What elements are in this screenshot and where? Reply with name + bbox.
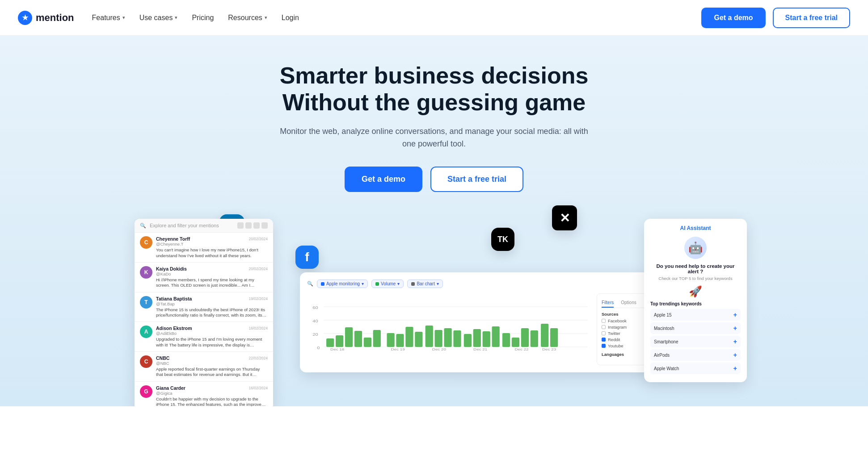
chevron-down-icon: ▾ [362,281,364,286]
svg-rect-21 [453,330,461,347]
mention-item: G Giana Carder 16/02/2024 @Gigica Couldn… [135,382,273,407]
chart-toolbar: 🔍 Apple monitoring ▾ Volume ▾ Bar chart … [307,280,668,288]
chart-area: 0 20 40 60 [307,293,668,365]
svg-text:40: 40 [312,319,318,323]
chevron-down-icon: ▾ [265,15,267,21]
svg-rect-15 [396,334,404,347]
svg-text:Dec 20: Dec 20 [432,347,446,351]
nav-use-cases[interactable]: Use cases ▾ [139,14,178,22]
svg-text:0: 0 [317,346,320,350]
svg-text:Dec 18: Dec 18 [330,347,344,351]
bar-chart-filter[interactable]: Bar chart ▾ [407,280,443,288]
bar-chart: 0 20 40 60 [307,293,593,365]
mention-item: C Cheyenne Torff 20/02/2024 @Cheyenne.T … [135,233,273,263]
chevron-down-icon: ▾ [175,15,177,21]
mention-item: T Tatiana Baptista 19/02/2024 @Tat.Bap T… [135,292,273,322]
mentions-feed-card: 🔍 Explore and filter your mentions C Che… [135,219,273,406]
nav-left: ★ mention Features ▾ Use cases ▾ Pricing… [18,11,299,25]
nav-features[interactable]: Features ▾ [92,14,125,22]
mentions-search-bar: 🔍 Explore and filter your mentions [135,219,273,233]
ai-keyword-item[interactable]: Apple Watch+ [650,363,741,374]
hero-section: Smarter business decisions Without the g… [0,36,868,406]
tiktok-icon: TK [491,228,514,251]
search-icon: 🔍 [307,281,313,287]
svg-rect-16 [405,327,413,347]
ai-robot-icon: 🤖 [684,237,707,259]
ai-trending-title: Top trendings keywords [650,301,741,306]
hero-title: Smarter business decisions Without the g… [273,63,595,116]
bar-chart-svg: 0 20 40 60 [307,293,593,351]
svg-rect-23 [473,329,481,347]
hero-start-trial-button[interactable]: Start a free trial [430,167,523,192]
mentions-list: C Cheyenne Torff 20/02/2024 @Cheyenne.T … [135,233,273,406]
ai-keywords-list: Apple 15+Macintosh+Smartphone+AirPods+Ap… [650,309,741,374]
volume-filter[interactable]: Volume ▾ [371,280,404,288]
hero-visuals: in f ✕ TK 📷 🔍 Explore and filter your me… [121,219,747,406]
ai-rocket-icon: 🚀 [650,285,741,298]
svg-rect-31 [550,328,558,347]
nav-resources[interactable]: Resources ▾ [228,14,267,22]
svg-rect-14 [387,333,394,347]
hero-buttons: Get a demo Start a free trial [273,167,595,192]
svg-text:Dec 21: Dec 21 [473,347,487,351]
apple-monitoring-filter[interactable]: Apple monitoring ▾ [317,280,368,288]
analytics-chart-card: 🔍 Apple monitoring ▾ Volume ▾ Bar chart … [300,272,675,372]
svg-rect-10 [345,327,353,347]
tab-filters[interactable]: Filters [602,298,614,308]
svg-rect-24 [483,331,490,347]
svg-rect-28 [521,328,529,347]
svg-rect-25 [492,326,500,347]
svg-rect-19 [435,330,442,347]
mention-item: K Kaiya Dokidis 20/02/2024 @KaDo Hi //iP… [135,263,273,292]
nav-pricing[interactable]: Pricing [192,14,214,22]
filter-icons [237,222,268,229]
svg-rect-17 [415,332,422,347]
nav-get-demo-button[interactable]: Get a demo [701,8,765,28]
svg-rect-18 [426,325,433,347]
chevron-down-icon: ▾ [122,15,125,21]
svg-rect-29 [531,330,538,347]
svg-rect-9 [336,335,343,347]
svg-rect-8 [326,338,334,347]
svg-rect-12 [364,338,371,347]
svg-rect-26 [502,333,510,347]
mention-item: A Adison Ekstrom 16/02/2024 @AdiEkBo Upg… [135,322,273,352]
ai-question: Do you need help to create your alert ? [650,263,741,274]
tab-options[interactable]: Options [621,298,636,308]
facebook-icon: f [295,246,319,269]
svg-rect-13 [373,330,381,347]
mentions-search-input[interactable]: Explore and filter your mentions [150,223,234,228]
nav-login[interactable]: Login [282,14,299,22]
svg-text:Dec 19: Dec 19 [391,347,405,351]
svg-text:Dec 23: Dec 23 [542,347,556,351]
mention-item: C CNBC 22/02/2024 @NBC Apple reported fi… [135,352,273,382]
hero-get-demo-button[interactable]: Get a demo [345,167,422,192]
hero-subtitle: Monitor the web, analyze online conversa… [273,125,595,151]
ai-keyword-item[interactable]: Macintosh+ [650,322,741,334]
ai-keyword-item[interactable]: Smartphone+ [650,336,741,347]
svg-rect-27 [512,338,519,347]
nav-right: Get a demo Start a free trial [701,8,850,28]
ai-keyword-item[interactable]: Apple 15+ [650,309,741,321]
svg-rect-30 [541,324,548,347]
hero-text: Smarter business decisions Without the g… [273,63,595,219]
ai-assistant-card: AI Assistant 🤖 Do you need help to creat… [644,219,747,382]
ai-sub: Check our TOP 5 to find your keywords [650,276,741,281]
svg-rect-22 [464,334,472,347]
nav-links: Features ▾ Use cases ▾ Pricing Resources… [92,14,299,22]
svg-text:20: 20 [312,332,318,337]
logo[interactable]: ★ mention [18,11,74,25]
svg-rect-20 [444,328,451,347]
logo-text: mention [36,12,74,24]
logo-star-icon: ★ [18,11,32,25]
svg-text:60: 60 [312,305,318,310]
ai-keyword-item[interactable]: AirPods+ [650,349,741,361]
search-icon: 🔍 [140,223,146,229]
svg-rect-11 [354,331,362,347]
nav-start-trial-button[interactable]: Start a free trial [773,8,850,28]
svg-text:Dec 22: Dec 22 [514,347,528,351]
chevron-down-icon: ▾ [437,281,439,286]
chevron-down-icon: ▾ [397,281,400,286]
ai-card-title: AI Assistant [650,225,741,231]
navbar: ★ mention Features ▾ Use cases ▾ Pricing… [0,0,868,36]
